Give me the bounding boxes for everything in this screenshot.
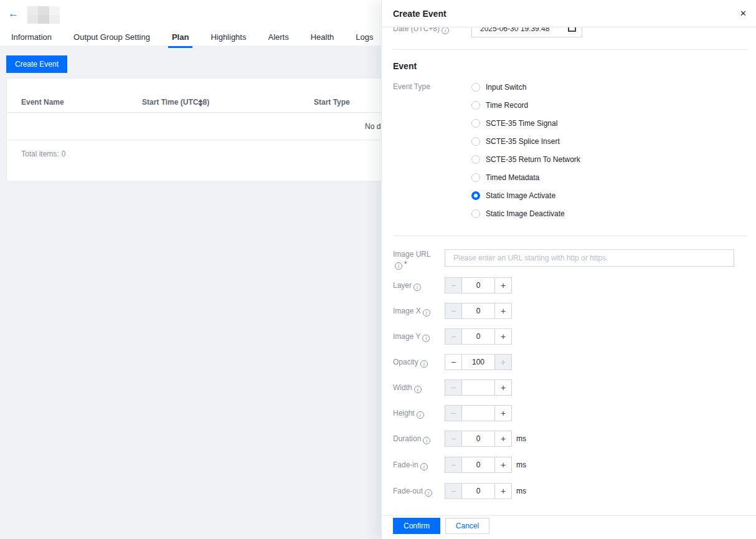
- radio-timed-metadata[interactable]: Timed Metadata: [471, 168, 580, 186]
- width-decrease-button: −: [445, 380, 462, 395]
- info-icon[interactable]: i: [417, 411, 424, 419]
- info-icon[interactable]: i: [423, 437, 430, 444]
- radio-scte35-return-to-network[interactable]: SCTE-35 Return To Network: [471, 150, 580, 168]
- tab-plan[interactable]: Plan: [168, 30, 192, 48]
- layer-decrease-button: −: [445, 278, 462, 293]
- radio-icon: [471, 209, 480, 218]
- image-url-label: Image URL i*: [393, 249, 431, 270]
- height-decrease-button: −: [445, 406, 462, 421]
- cancel-button[interactable]: Cancel: [445, 518, 489, 534]
- layer-increase-button[interactable]: +: [494, 278, 511, 293]
- radio-scte35-time-signal[interactable]: SCTE-35 Time Signal: [471, 114, 580, 132]
- height-increase-button[interactable]: +: [494, 406, 511, 421]
- image-y-decrease-button: −: [445, 329, 462, 344]
- info-icon[interactable]: i: [413, 284, 421, 291]
- stepper-row-image-x: Image Xi − +: [382, 303, 756, 319]
- image-y-value-input[interactable]: [462, 329, 494, 344]
- stepper-row-layer: Layeri − +: [382, 277, 756, 293]
- image-y-increase-button[interactable]: +: [494, 329, 511, 344]
- fade-out-unit: ms: [516, 483, 526, 499]
- image-x-increase-button[interactable]: +: [494, 303, 511, 318]
- info-icon[interactable]: i: [420, 360, 428, 368]
- duration-value-input[interactable]: [462, 431, 494, 446]
- fade-out-increase-button[interactable]: +: [494, 484, 511, 498]
- calendar-icon[interactable]: [568, 27, 576, 32]
- column-header-start-type: Start Type: [314, 98, 350, 107]
- radio-static-image-activate[interactable]: Static Image Activate: [471, 186, 580, 204]
- stepper-row-width: Widthi − +: [382, 379, 756, 396]
- back-icon[interactable]: ←: [8, 7, 19, 20]
- opacity-increase-button: +: [494, 355, 511, 370]
- fade-in-decrease-button: −: [445, 457, 462, 472]
- confirm-button[interactable]: Confirm: [393, 518, 440, 534]
- duration-decrease-button: −: [445, 431, 462, 446]
- radio-icon: [471, 137, 480, 146]
- event-section-heading: Event: [393, 61, 417, 71]
- radio-scte35-splice-insert[interactable]: SCTE-35 Splice Insert: [471, 132, 580, 150]
- tab-bar: Information Output Group Setting Plan Hi…: [11, 30, 373, 48]
- fade-in-increase-button[interactable]: +: [494, 457, 511, 472]
- width-value-input[interactable]: [462, 380, 494, 395]
- info-icon[interactable]: i: [423, 309, 430, 317]
- radio-icon: [471, 83, 480, 92]
- close-icon[interactable]: ✕: [740, 9, 747, 18]
- radio-time-record[interactable]: Time Record: [471, 96, 580, 114]
- height-value-input[interactable]: [462, 406, 494, 421]
- info-icon[interactable]: i: [425, 489, 432, 497]
- radio-icon: [471, 101, 480, 110]
- date-field: [471, 27, 582, 37]
- create-event-button[interactable]: Create Event: [6, 55, 67, 73]
- duration-unit: ms: [516, 431, 526, 447]
- tab-output-group-setting[interactable]: Output Group Setting: [73, 30, 150, 48]
- radio-static-image-deactivate[interactable]: Static Image Deactivate: [471, 204, 580, 222]
- event-type-label: Event Type: [393, 82, 430, 91]
- info-icon[interactable]: i: [442, 27, 449, 34]
- stepper-row-fade-out: Fade-outi − + ms: [382, 483, 756, 499]
- opacity-value-input[interactable]: [462, 355, 494, 370]
- duration-increase-button[interactable]: +: [494, 431, 511, 446]
- stepper-row-fade-in: Fade-ini − + ms: [382, 457, 756, 473]
- stepper-row-duration: Durationi − + ms: [382, 431, 756, 447]
- tab-information[interactable]: Information: [11, 30, 52, 48]
- create-event-drawer: Create Event ✕ Date (UTC+8)i Event Event…: [381, 0, 756, 539]
- layer-value-input[interactable]: [462, 278, 494, 293]
- info-icon[interactable]: i: [420, 463, 428, 470]
- tab-highlights[interactable]: Highlights: [210, 30, 246, 48]
- image-x-value-input[interactable]: [462, 303, 494, 318]
- image-x-decrease-button: −: [445, 303, 462, 318]
- required-mark: *: [404, 260, 407, 269]
- date-input[interactable]: [471, 27, 582, 37]
- info-icon[interactable]: i: [395, 262, 402, 270]
- drawer-body: Date (UTC+8)i Event Event Type Input Swi…: [382, 27, 756, 539]
- info-icon[interactable]: i: [414, 386, 422, 393]
- width-increase-button[interactable]: +: [494, 380, 511, 395]
- total-items-label: Total items:: [21, 150, 59, 158]
- opacity-decrease-button[interactable]: −: [445, 355, 462, 370]
- tab-health[interactable]: Health: [311, 30, 334, 48]
- fade-out-value-input[interactable]: [462, 484, 494, 498]
- section-divider: [393, 49, 747, 50]
- fade-in-value-input[interactable]: [462, 457, 494, 472]
- drawer-title: Create Event: [393, 9, 447, 19]
- total-items: Total items:0: [21, 150, 65, 158]
- radio-icon: [471, 155, 480, 164]
- fade-out-decrease-button: −: [445, 484, 462, 498]
- column-header-event-name: Event Name: [21, 98, 64, 107]
- stepper-row-image-y: Image Yi − +: [382, 328, 756, 345]
- radio-icon-checked: [471, 191, 480, 200]
- event-type-radio-group: Input Switch Time Record SCTE-35 Time Si…: [471, 78, 580, 222]
- tab-alerts[interactable]: Alerts: [268, 30, 288, 48]
- date-field-label: Date (UTC+8)i: [393, 27, 449, 37]
- tab-logs[interactable]: Logs: [356, 30, 373, 48]
- sort-icon[interactable]: [198, 99, 204, 107]
- radio-input-switch[interactable]: Input Switch: [471, 78, 580, 96]
- stepper-row-opacity: Opacityi − +: [382, 354, 756, 370]
- drawer-header: Create Event ✕: [382, 0, 756, 27]
- image-url-input[interactable]: [445, 249, 734, 267]
- fade-in-unit: ms: [516, 457, 526, 473]
- info-icon[interactable]: i: [422, 335, 430, 342]
- radio-icon: [471, 119, 480, 128]
- stepper-row-height: Heighti − +: [382, 405, 756, 421]
- footer-divider: [382, 515, 756, 516]
- total-items-value: 0: [62, 150, 66, 158]
